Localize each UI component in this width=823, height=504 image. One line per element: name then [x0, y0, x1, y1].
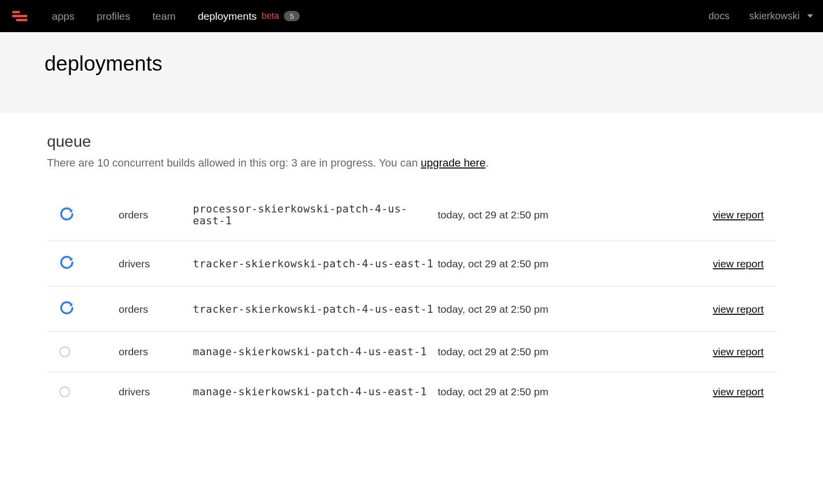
beta-tag: beta: [262, 11, 279, 21]
nav-user-menu[interactable]: skierkowski: [749, 10, 813, 22]
nav-docs[interactable]: docs: [709, 10, 730, 22]
queue-row: ordersprocessor-skierkowski-patch-4-us-e…: [47, 189, 776, 241]
nav-items: apps profiles team deployments beta 5: [52, 10, 709, 22]
queue-deployment-name: tracker-skierkowski-patch-4-us-east-1: [193, 303, 438, 315]
nav-deployments-label: deployments: [198, 10, 257, 22]
queue-list: ordersprocessor-skierkowski-patch-4-us-e…: [47, 189, 776, 412]
queue-action: view report: [591, 303, 776, 315]
queue-description: There are 10 concurrent builds allowed i…: [47, 157, 776, 169]
top-nav: apps profiles team deployments beta 5 do…: [0, 0, 823, 32]
queue-deployment-name: manage-skierkowski-patch-4-us-east-1: [193, 386, 438, 398]
queue-app: orders: [119, 346, 193, 358]
queue-deployment-name: processor-skierkowski-patch-4-us-east-1: [193, 203, 438, 227]
queue-action: view report: [591, 386, 776, 398]
view-report-link[interactable]: view report: [713, 303, 764, 315]
queue-time: today, oct 29 at 2:50 pm: [438, 346, 591, 358]
view-report-link[interactable]: view report: [713, 209, 764, 220]
queue-deployment-name: tracker-skierkowski-patch-4-us-east-1: [193, 258, 438, 270]
logo-icon[interactable]: [12, 11, 27, 21]
queue-action: view report: [591, 258, 776, 270]
queue-row: driversmanage-skierkowski-patch-4-us-eas…: [47, 372, 776, 412]
queue-row: ordersmanage-skierkowski-patch-4-us-east…: [47, 332, 776, 372]
nav-right: docs skierkowski: [709, 10, 814, 22]
count-badge: 5: [284, 11, 300, 21]
idle-icon: [47, 386, 119, 397]
queue-app: orders: [119, 209, 193, 221]
queue-desc-prefix: There are 10 concurrent builds allowed i…: [47, 157, 421, 169]
queue-row: driverstracker-skierkowski-patch-4-us-ea…: [47, 241, 776, 287]
queue-desc-suffix: .: [486, 157, 489, 169]
queue-deployment-name: manage-skierkowski-patch-4-us-east-1: [193, 346, 438, 358]
content: queue There are 10 concurrent builds all…: [0, 113, 823, 431]
queue-row: orderstracker-skierkowski-patch-4-us-eas…: [47, 287, 776, 332]
queue-app: drivers: [119, 258, 193, 270]
idle-icon: [47, 346, 119, 357]
nav-deployments[interactable]: deployments beta 5: [198, 10, 300, 22]
queue-title: queue: [47, 132, 776, 151]
queue-action: view report: [591, 209, 776, 221]
nav-profiles[interactable]: profiles: [97, 10, 131, 22]
view-report-link[interactable]: view report: [713, 346, 764, 357]
queue-time: today, oct 29 at 2:50 pm: [438, 258, 591, 270]
page-title: deployments: [45, 52, 778, 76]
queue-time: today, oct 29 at 2:50 pm: [438, 386, 591, 398]
queue-time: today, oct 29 at 2:50 pm: [438, 209, 591, 221]
view-report-link[interactable]: view report: [713, 386, 764, 397]
upgrade-link[interactable]: upgrade here: [421, 157, 486, 169]
view-report-link[interactable]: view report: [713, 258, 764, 269]
nav-user-label: skierkowski: [749, 10, 800, 22]
queue-app: orders: [119, 303, 193, 315]
nav-apps[interactable]: apps: [52, 10, 75, 22]
spinner-icon: [47, 255, 119, 272]
queue-app: drivers: [119, 386, 193, 398]
spinner-icon: [47, 300, 119, 318]
queue-time: today, oct 29 at 2:50 pm: [438, 303, 591, 315]
nav-team[interactable]: team: [152, 10, 176, 22]
chevron-down-icon: [807, 14, 813, 18]
spinner-icon: [47, 207, 119, 224]
queue-action: view report: [591, 346, 776, 358]
page-header: deployments: [0, 32, 823, 113]
